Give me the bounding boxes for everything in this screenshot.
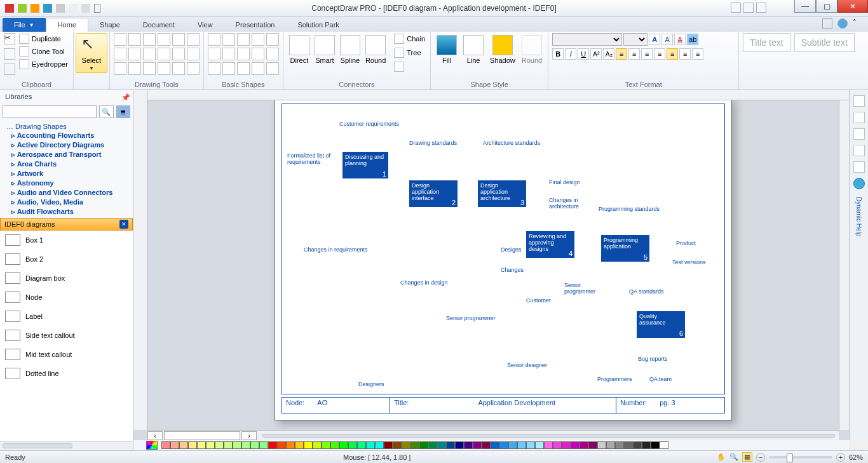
diagram-box[interactable]: Design application interface2 bbox=[409, 180, 458, 207]
tab-home[interactable]: Home bbox=[46, 18, 88, 32]
diagram-label[interactable]: Designs bbox=[501, 246, 522, 253]
qat-icon[interactable] bbox=[18, 4, 27, 13]
diagram-label[interactable]: Final design bbox=[549, 179, 580, 185]
clone-tool-button[interactable]: Clone Tool bbox=[18, 46, 69, 57]
tool-erase[interactable] bbox=[143, 62, 156, 75]
shape[interactable] bbox=[222, 33, 235, 46]
color-swatch[interactable] bbox=[339, 441, 348, 449]
color-swatch[interactable] bbox=[313, 441, 322, 449]
horizontal-ruler[interactable] bbox=[147, 90, 849, 100]
diagram-label[interactable]: Senior programmer bbox=[446, 315, 496, 321]
color-swatch[interactable] bbox=[642, 441, 651, 449]
library-tree-item[interactable]: ▹ Area Charts bbox=[4, 159, 129, 169]
color-swatch[interactable] bbox=[384, 441, 393, 449]
shape[interactable] bbox=[208, 33, 220, 46]
active-library-tab[interactable]: IDEF0 diagrams ✕ bbox=[0, 218, 133, 231]
tool-line[interactable] bbox=[143, 33, 156, 46]
diagram-label[interactable]: QA standards bbox=[629, 288, 664, 295]
color-swatch[interactable] bbox=[491, 441, 499, 449]
paste-icon[interactable] bbox=[4, 64, 15, 75]
color-swatch[interactable] bbox=[330, 441, 339, 449]
shape[interactable] bbox=[208, 48, 220, 60]
connector-round-button[interactable]: Round bbox=[363, 33, 388, 66]
color-swatch[interactable] bbox=[179, 441, 188, 449]
underline-button[interactable]: U bbox=[578, 48, 589, 60]
diagram-label[interactable]: QA team bbox=[649, 376, 672, 382]
qat-icon[interactable] bbox=[69, 4, 78, 13]
connector-spline-button[interactable]: Spline bbox=[338, 33, 362, 66]
minimize-button[interactable]: — bbox=[794, 0, 816, 13]
color-swatch[interactable] bbox=[215, 441, 224, 449]
qat-icon[interactable] bbox=[43, 4, 52, 13]
diagram-label[interactable]: Customer bbox=[526, 297, 551, 304]
color-swatch[interactable] bbox=[268, 441, 277, 449]
color-swatch[interactable] bbox=[348, 441, 357, 449]
tool-callout[interactable] bbox=[128, 48, 141, 60]
highlight-button[interactable]: ab bbox=[687, 34, 698, 45]
color-swatch[interactable] bbox=[651, 441, 660, 449]
help-icon[interactable] bbox=[853, 178, 865, 189]
zoom-level[interactable]: 62% bbox=[849, 453, 863, 461]
diagram-label[interactable]: Designers bbox=[358, 381, 384, 387]
palette-picker-icon[interactable] bbox=[146, 441, 158, 450]
qat-icon[interactable] bbox=[81, 4, 90, 13]
color-swatch[interactable] bbox=[526, 441, 535, 449]
shadow-button[interactable]: Shadow bbox=[488, 33, 517, 66]
color-swatch[interactable] bbox=[170, 441, 179, 449]
shape-list-item[interactable]: Box 2 bbox=[0, 250, 133, 269]
color-swatch[interactable] bbox=[295, 441, 304, 449]
tool-curve[interactable] bbox=[158, 33, 170, 46]
connector-smart-button[interactable]: Smart bbox=[313, 33, 337, 66]
color-swatch[interactable] bbox=[544, 441, 553, 449]
align-center-button[interactable]: ≡ bbox=[628, 48, 640, 60]
shape[interactable] bbox=[266, 48, 279, 60]
duplicate-button[interactable]: Duplicate bbox=[18, 33, 69, 44]
bold-button[interactable]: B bbox=[552, 48, 564, 60]
font-size-select[interactable] bbox=[623, 33, 648, 46]
qat-dropdown-icon[interactable] bbox=[94, 4, 100, 13]
decrease-font-button[interactable]: A bbox=[661, 34, 673, 45]
color-swatch[interactable] bbox=[482, 441, 491, 449]
diagram-label[interactable]: Senior designer bbox=[507, 362, 547, 368]
page-viewport[interactable]: Discussing and planning1Design applicati… bbox=[147, 100, 839, 430]
eyedropper-button[interactable]: Eyedropper bbox=[18, 58, 69, 70]
align-right-button[interactable]: ≡ bbox=[641, 48, 653, 60]
fill-button[interactable]: Fill bbox=[435, 33, 459, 66]
color-swatch[interactable] bbox=[277, 441, 286, 449]
tool-spline[interactable] bbox=[187, 48, 200, 60]
shape[interactable] bbox=[237, 62, 250, 75]
diagram-box[interactable]: Programming application5 bbox=[601, 235, 649, 262]
library-tree-item[interactable]: ▹ Astronomy bbox=[4, 178, 129, 188]
tab-solution-park[interactable]: Solution Park bbox=[286, 18, 350, 32]
diagram-label[interactable]: Changes in requirements bbox=[304, 246, 368, 253]
color-swatch[interactable] bbox=[224, 441, 233, 449]
mdi-minimize-icon[interactable] bbox=[731, 3, 741, 13]
hand-tool-icon[interactable]: ✋ bbox=[717, 453, 726, 461]
color-swatch[interactable] bbox=[197, 441, 206, 449]
tool-ellipse[interactable] bbox=[128, 33, 141, 46]
library-tree-item[interactable]: ▹ Accounting Flowcharts bbox=[4, 131, 129, 140]
shape-list-item[interactable]: Side text callout bbox=[0, 326, 133, 345]
hscroll-thumb[interactable] bbox=[262, 433, 835, 439]
color-swatch[interactable] bbox=[286, 441, 295, 449]
list-view-button[interactable]: ≣ bbox=[116, 105, 131, 118]
tab-file[interactable]: File ▼ bbox=[3, 18, 46, 32]
color-swatch[interactable] bbox=[437, 441, 446, 449]
page-next-button[interactable]: › bbox=[241, 431, 257, 440]
color-swatch[interactable] bbox=[597, 441, 606, 449]
shape[interactable] bbox=[252, 33, 264, 46]
italic-button[interactable]: I bbox=[565, 48, 576, 60]
diagram-box[interactable]: Reviewing and approving designs4 bbox=[526, 231, 574, 258]
shape-list[interactable]: Box 1Box 2Diagram boxNodeLabelSide text … bbox=[0, 231, 133, 441]
font-color-button[interactable]: A bbox=[674, 34, 686, 45]
color-swatch[interactable] bbox=[464, 441, 473, 449]
copy-icon[interactable] bbox=[4, 48, 15, 60]
cut-icon[interactable]: ✂ bbox=[4, 33, 15, 44]
sidebar-tool-icon[interactable] bbox=[853, 112, 865, 123]
shape[interactable] bbox=[252, 62, 264, 75]
color-swatch[interactable] bbox=[562, 441, 571, 449]
valign-bottom-button[interactable]: ≡ bbox=[692, 48, 703, 60]
valign-middle-button[interactable]: ≡ bbox=[679, 48, 691, 60]
tab-presentation[interactable]: Presentation bbox=[224, 18, 287, 32]
pin-icon[interactable]: 📌 bbox=[121, 93, 128, 100]
